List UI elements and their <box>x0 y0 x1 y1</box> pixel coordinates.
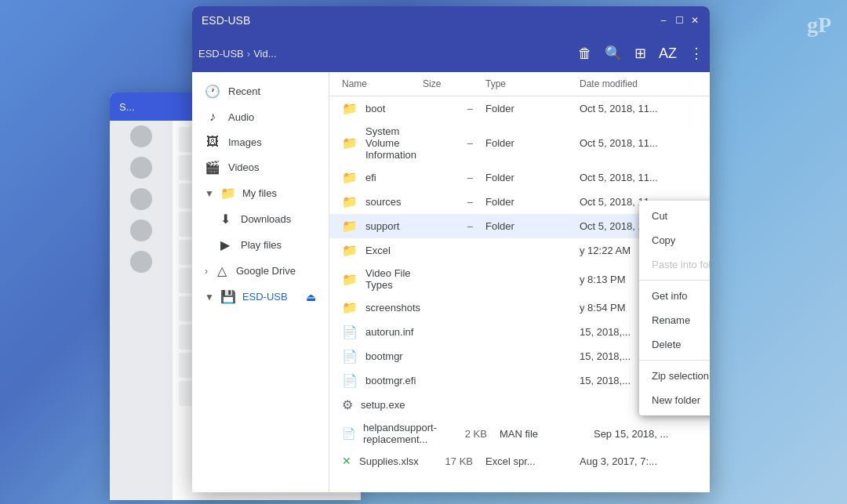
toolbar: ESD-USB › Vid... 🗑 🔍 ⊞ AZ ⋮ <box>192 34 710 72</box>
table-row[interactable]: 📄 helpandsupport-replacement... 2 KB MAN… <box>329 417 710 450</box>
sidebar-label-play-files: Play files <box>241 239 282 251</box>
file-name-label: Supplies.xlsx <box>359 455 419 467</box>
google-drive-icon: △ <box>214 263 230 278</box>
folder-icon: 📁 <box>342 101 358 116</box>
content-area: 🕐 Recent ♪ Audio 🖼 Images 🎬 Videos ▼ 📁 M… <box>192 72 710 492</box>
file-type: Folder <box>485 137 580 149</box>
menu-item-cut[interactable]: Cut Ctrl+X <box>639 204 710 228</box>
file-date: Sep 15, 2018, ... <box>594 428 710 440</box>
more-icon[interactable]: ⋮ <box>689 45 703 62</box>
sort-icon[interactable]: AZ <box>659 45 677 62</box>
audio-icon: ♪ <box>205 110 220 124</box>
file-size: – <box>423 172 485 183</box>
table-row[interactable]: ✕ Supplies.xlsx 17 KB Excel spr... Aug 3… <box>329 450 710 472</box>
sidebar-item-videos[interactable]: 🎬 Videos <box>192 154 329 180</box>
search-icon[interactable]: 🔍 <box>605 45 622 62</box>
file-list: Name Size Type Date modified 📁 boot – Fo… <box>329 72 710 492</box>
titlebar: ESD-USB – ☐ ✕ <box>192 6 710 34</box>
header-name: Name <box>342 78 423 89</box>
menu-item-zip[interactable]: Zip selection <box>639 364 710 388</box>
file-icon: 📄 <box>342 373 358 388</box>
menu-label-zip: Zip selection <box>652 370 709 382</box>
table-row[interactable]: 📁 efi – Folder Oct 5, 2018, 11... <box>329 165 710 190</box>
sidebar-item-google-drive[interactable]: › △ Google Drive <box>192 258 329 284</box>
menu-item-rename[interactable]: Rename Ctrl+Enter <box>639 308 710 332</box>
file-size: – <box>423 220 485 232</box>
window-title: ESD-USB <box>202 14 250 27</box>
sidebar: 🕐 Recent ♪ Audio 🖼 Images 🎬 Videos ▼ 📁 M… <box>192 72 329 492</box>
chevron-down-icon: ▼ <box>205 188 214 199</box>
play-icon: ▶ <box>217 237 233 252</box>
file-name-label: Video File Types <box>365 267 423 291</box>
bg-window-title: S... <box>119 101 135 113</box>
sidebar-item-audio[interactable]: ♪ Audio <box>192 104 329 129</box>
close-button[interactable]: ✕ <box>689 15 700 26</box>
file-type: Excel spr... <box>485 455 580 467</box>
file-size: – <box>423 103 485 114</box>
watermark: gP <box>807 13 831 38</box>
videos-icon: 🎬 <box>205 160 220 175</box>
file-name-label: Excel <box>365 245 391 256</box>
sidebar-item-images[interactable]: 🖼 Images <box>192 129 329 154</box>
file-type: Folder <box>485 220 580 232</box>
file-icon: 📄 <box>342 349 358 364</box>
folder-icon: 📁 <box>342 243 358 258</box>
menu-item-delete[interactable]: Delete Alt+Backspace <box>639 332 710 357</box>
menu-label-get-info: Get info <box>652 290 688 302</box>
sidebar-label-videos: Videos <box>228 161 260 173</box>
sidebar-item-play-files[interactable]: ▶ Play files <box>192 232 329 258</box>
context-menu: Cut Ctrl+X Copy Ctrl+C Paste into folder… <box>639 201 710 415</box>
menu-label-copy: Copy <box>652 234 675 246</box>
file-date: Oct 5, 2018, 11... <box>580 172 697 183</box>
sidebar-item-my-files[interactable]: ▼ 📁 My files <box>192 180 329 206</box>
file-type: Folder <box>485 196 580 208</box>
file-list-header: Name Size Type Date modified <box>329 72 710 96</box>
file-size: – <box>423 196 485 208</box>
file-size: 17 KB <box>423 455 485 467</box>
file-date: Oct 5, 2018, 11... <box>580 137 697 149</box>
menu-item-new-folder[interactable]: New folder Ctrl+E <box>639 388 710 412</box>
menu-item-copy[interactable]: Copy Ctrl+C <box>639 228 710 252</box>
breadcrumb-esd[interactable]: ESD-USB <box>198 48 244 60</box>
sidebar-item-downloads[interactable]: ⬇ Downloads <box>192 206 329 232</box>
minimize-button[interactable]: – <box>658 15 669 26</box>
sidebar-label-downloads: Downloads <box>241 213 291 225</box>
bg-sidebar-item <box>110 246 173 277</box>
file-name-label: boot <box>365 103 385 114</box>
downloads-icon: ⬇ <box>217 212 233 227</box>
man-file-icon: 📄 <box>342 427 355 440</box>
sidebar-label-google-drive: Google Drive <box>236 265 296 277</box>
menu-label-cut: Cut <box>652 210 667 222</box>
bg-sidebar-item <box>110 215 173 246</box>
grid-icon[interactable]: ⊞ <box>634 45 646 62</box>
folder-icon: 📁 <box>342 194 358 209</box>
bg-sidebar-item <box>110 121 173 152</box>
breadcrumb-separator: › <box>247 48 250 60</box>
table-row[interactable]: 📁 System Volume Information – Folder Oct… <box>329 121 710 165</box>
menu-item-get-info[interactable]: Get info Space <box>639 284 710 308</box>
bg-sidebar-item <box>110 183 173 215</box>
images-icon: 🖼 <box>205 135 220 149</box>
file-name-label: sources <box>365 196 402 208</box>
menu-label-delete: Delete <box>652 339 682 350</box>
header-size: Size <box>423 78 485 89</box>
delete-icon[interactable]: 🗑 <box>578 45 592 62</box>
folder-icon: 📁 <box>342 272 358 287</box>
chevron-right-icon: › <box>205 266 208 277</box>
breadcrumb-vid[interactable]: Vid... <box>253 48 276 60</box>
toolbar-actions: 🗑 🔍 ⊞ AZ ⋮ <box>578 45 703 62</box>
my-files-icon: 📁 <box>220 186 236 201</box>
sidebar-label-esd-usb: ESD-USB <box>242 291 288 303</box>
recent-icon: 🕐 <box>205 84 220 99</box>
sidebar-label-images: Images <box>228 136 262 148</box>
folder-icon: 📁 <box>342 136 358 150</box>
sidebar-item-recent[interactable]: 🕐 Recent <box>192 78 329 104</box>
maximize-button[interactable]: ☐ <box>674 15 685 26</box>
folder-icon: 📁 <box>342 219 358 234</box>
window-controls: – ☐ ✕ <box>658 15 700 26</box>
menu-divider <box>639 360 710 361</box>
eject-icon[interactable]: ⏏ <box>306 291 316 303</box>
table-row[interactable]: 📁 boot – Folder Oct 5, 2018, 11... <box>329 96 710 121</box>
sidebar-item-esd-usb[interactable]: ▼ 💾 ESD-USB ⏏ <box>192 284 329 310</box>
file-size: – <box>423 137 485 149</box>
